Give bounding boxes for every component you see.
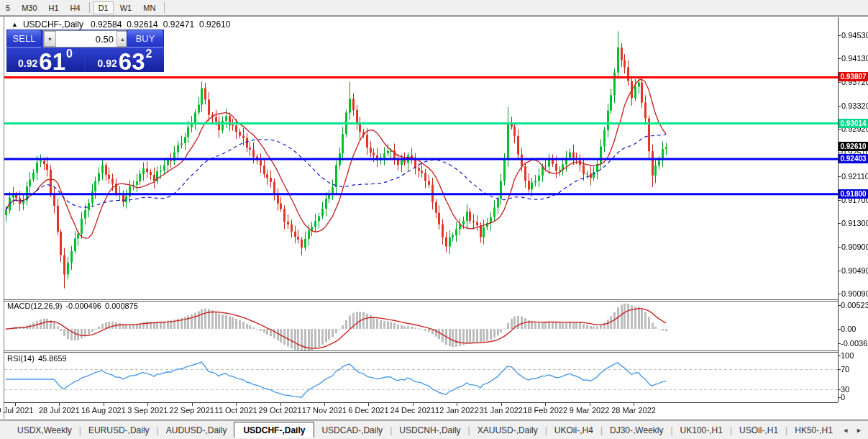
price-tick-label: 0.90900: [841, 243, 868, 251]
date-label: 6 Dec 2021: [348, 406, 388, 415]
price-badge-0.91800: 0.91800: [839, 189, 868, 199]
chart-tab-XAUUSD-Daily[interactable]: XAUUSD-,Daily: [470, 422, 545, 438]
ohlc-high: 0.92614: [127, 19, 157, 30]
sell-price-pip: 0: [66, 47, 73, 60]
price-badge-0.93014: 0.93014: [839, 119, 868, 128]
date-label: 24 Dec 2021: [390, 406, 435, 415]
ohlc-low: 0.92471: [163, 19, 194, 30]
chart-tab-DJ30-Weekly[interactable]: DJ30-,Weekly: [603, 422, 670, 438]
chart-tab-UKOil-H4[interactable]: UKOil-,H4: [547, 422, 600, 438]
date-label: 16 Aug 2021: [81, 406, 126, 415]
price-badge-0.92403: 0.92403: [839, 154, 868, 163]
buy-price-display[interactable]: 0.92 63 2: [86, 47, 164, 72]
sell-price-base: 0.92: [18, 58, 37, 69]
date-label: 17 Nov 2021: [302, 406, 347, 415]
chart-tab-USDX-Weekly[interactable]: USDX,Weekly: [10, 422, 79, 438]
rsi-axis-label: 100: [841, 351, 854, 360]
macd-axis-label: 0.00: [841, 325, 856, 333]
sell-price-display[interactable]: 0.92 61 0: [6, 47, 84, 72]
chart-tab-EURUSD-Daily[interactable]: EURUSD-,Daily: [81, 422, 157, 438]
sell-price-big: 61: [39, 52, 65, 72]
buy-price-big: 63: [119, 52, 145, 72]
chart-tab-HK50-H1[interactable]: HK50-,H1: [787, 422, 840, 438]
tab-scroll-nav: ◄ ►: [842, 427, 862, 434]
price-badge-0.92610: 0.92610: [839, 142, 868, 151]
price-tick-label: 0.94530: [841, 31, 868, 40]
rsi-axis-label: 0: [841, 393, 845, 402]
macd-axis-label: 0.00523: [841, 301, 868, 309]
chart-tab-USDCHF-Daily[interactable]: USDCHF-,Daily: [234, 422, 314, 438]
toolbar-separator: [164, 2, 165, 13]
date-label: 28 Jul 2021: [39, 406, 80, 415]
timeframe-button-H1[interactable]: H1: [44, 1, 64, 14]
chart-tab-USOil-H1[interactable]: USOil-,H1: [732, 422, 785, 438]
volume-input[interactable]: [56, 31, 117, 47]
ohlc-close: 0.92610: [199, 19, 230, 30]
volume-decrease-button[interactable]: ▼: [44, 31, 56, 47]
ohlc-open: 0.92584: [91, 19, 122, 30]
sell-button[interactable]: SELL: [6, 30, 42, 48]
chart-symbol-label: USDCHF-,Daily: [23, 19, 83, 30]
volume-control: ▼ ▲: [43, 30, 129, 47]
timeframe-button-D1[interactable]: D1: [93, 1, 114, 14]
timeframe-toolbar: 5M30H1H4D1W1MN: [0, 0, 868, 16]
chart-ohlc-header: ▲ USDCHF-,Daily 0.92584 0.92614 0.92471 …: [12, 19, 235, 30]
timeframe-button-H4[interactable]: H4: [65, 1, 86, 14]
chart-tab-bar: USDX,Weekly|EURUSD-,Daily|AUDUSD-,DailyU…: [0, 420, 868, 439]
price-tick-label: 0.90490: [841, 266, 868, 275]
tab-scroll-left-icon[interactable]: ◄: [842, 427, 849, 434]
macd-axis-label: -0.00362: [841, 339, 868, 348]
date-label: 29 Oct 2021: [259, 406, 302, 415]
rsi-axis-label: 70: [841, 365, 849, 374]
timeframe-button-5[interactable]: 5: [1, 1, 15, 14]
date-label: 31 Jan 2022: [479, 406, 523, 415]
one-click-trading-panel: SELL ▼ ▲ BUY 0.92 61 0 0.92 63 2: [6, 30, 164, 72]
date-label: 3 Sep 2021: [127, 406, 168, 415]
timeframe-button-W1[interactable]: W1: [115, 1, 137, 14]
price-tick-label: 0.93320: [841, 101, 868, 110]
chart-tab-USDCNH-Daily[interactable]: USDCNH-,Daily: [392, 422, 467, 438]
price-tick-label: 0.91300: [841, 219, 868, 227]
chart-tab-USDCAD-Daily[interactable]: USDCAD-,Daily: [314, 422, 390, 438]
buy-price-pip: 2: [146, 47, 152, 60]
price-tick-label: 0.92110: [841, 172, 868, 181]
macd-indicator-label: MACD(12,26,9)-0.0004960.000875: [7, 302, 142, 310]
timeframe-button-M30[interactable]: M30: [17, 1, 42, 14]
date-label: 22 Sep 2021: [170, 406, 214, 415]
tab-scroll-right-icon[interactable]: ►: [856, 427, 862, 434]
date-label: 9 Jul 2021: [0, 406, 33, 415]
date-label: 9 Mar 2022: [570, 406, 610, 415]
price-tick-label: 0.90090: [841, 289, 868, 298]
date-label: 12 Jan 2022: [435, 406, 479, 415]
price-tick-label: 0.94130: [841, 54, 868, 63]
one-click-trading-toggle-icon[interactable]: ▲: [12, 21, 18, 28]
toolbar-separator: [89, 2, 90, 13]
chart-tab-AUDUSD-Daily[interactable]: AUDUSD-,Daily: [159, 422, 234, 438]
timeframe-button-MN[interactable]: MN: [138, 1, 160, 14]
date-label: 28 Mar 2022: [611, 406, 656, 415]
buy-price-base: 0.92: [98, 58, 117, 69]
chart-tab-UK100-H1[interactable]: UK100-,H1: [673, 422, 730, 438]
mt4-window: 5M30H1H4D1W1MN ▲ USDCHF-,Daily 0.92584 0…: [0, 0, 868, 439]
buy-button[interactable]: BUY: [127, 30, 164, 48]
date-label: 11 Oct 2021: [215, 406, 257, 415]
date-label: 18 Feb 2022: [523, 406, 567, 415]
price-badge-0.93807: 0.93807: [839, 72, 868, 81]
rsi-indicator-label: RSI(14)45.8659: [7, 354, 70, 363]
